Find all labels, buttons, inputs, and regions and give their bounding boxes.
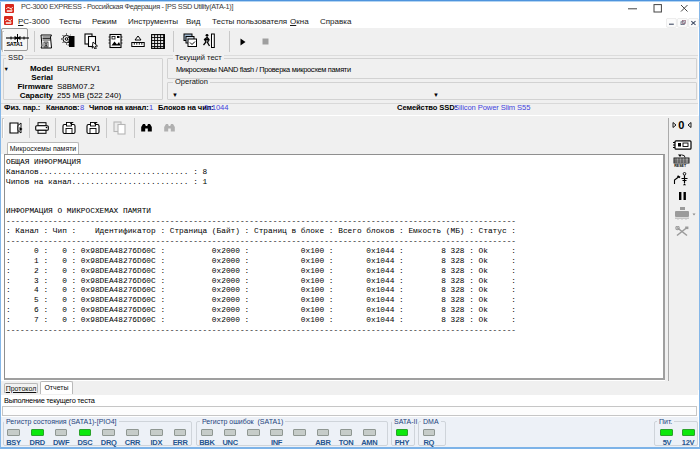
svg-text:RESET: RESET <box>674 164 687 167</box>
svg-text:0: 0 <box>678 120 684 130</box>
